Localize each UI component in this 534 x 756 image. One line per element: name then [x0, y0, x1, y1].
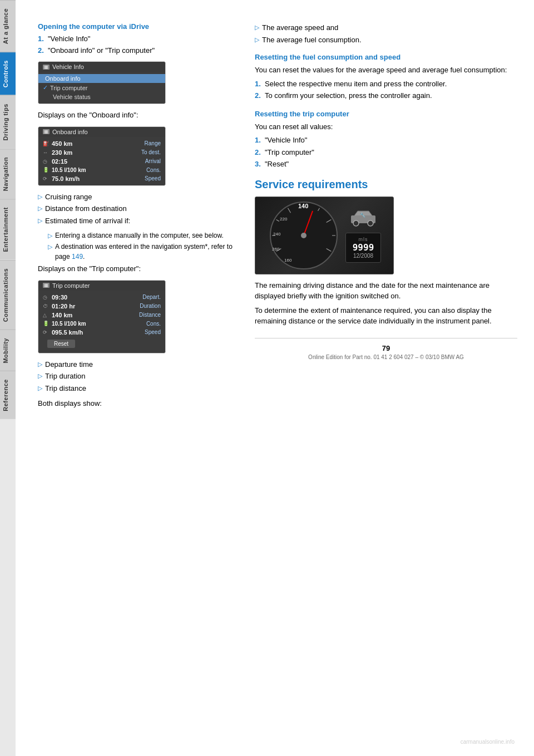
row-arrival: ◷ 02:15 Arrival — [38, 157, 165, 166]
right-column: ▷ The average speed and ▷ The average fu… — [249, 22, 517, 734]
onboard-info-screen: ▦ Onboard info ⛽ 450 km Range ↔ 230 km T… — [38, 126, 166, 186]
displays-onboard-label: Displays on the "Onboard info": — [38, 110, 238, 121]
service-date: 12/2008 — [353, 253, 374, 259]
opening-title: Opening the computer via iDrive — [38, 22, 238, 31]
reset-fuel-body: You can reset the values for the average… — [255, 65, 517, 76]
sub-bullet-entering: ▷ Entering a distance manually in the co… — [48, 230, 238, 240]
onboard-screen-header: ▦ Onboard info — [38, 127, 165, 137]
trip-body: ◷ 09:30 Depart. ⏱ 01:20 hr Duration △ 14… — [38, 291, 165, 353]
screen-title: Vehicle Info — [52, 63, 84, 70]
row-range: ⛽ 450 km Range — [38, 139, 165, 148]
sub-bullets: ▷ Entering a distance manually in the co… — [48, 230, 238, 262]
left-column: Opening the computer via iDrive 1."Vehic… — [38, 22, 249, 734]
sidebar-tab-navigation[interactable]: Navigation — [0, 149, 16, 199]
service-number: 9999 — [353, 242, 374, 253]
svg-text:140: 140 — [298, 203, 308, 209]
sidebar-tab-reference[interactable]: Reference — [0, 371, 16, 419]
sidebar-tab-driving-tips[interactable]: Driving tips — [0, 95, 16, 149]
screen-icon: ▦ — [43, 65, 50, 70]
trip-row-distance: △ 140 km Distance — [38, 311, 165, 320]
bullets2: ▷ Departure time ▷ Trip duration ▷ Trip … — [38, 359, 238, 394]
screen-row-trip: ✓ Trip computer — [38, 83, 165, 92]
onboard-body: ⛽ 450 km Range ↔ 230 km To dest. ◷ 02:15… — [38, 137, 165, 185]
reset-fuel-title: Resetting the fuel consumption and speed — [255, 53, 517, 61]
screen-header: ▦ Vehicle Info — [38, 62, 165, 72]
reset-trip-step: 2."Trip computer" — [255, 148, 517, 158]
opening-step: 1."Vehicle Info" — [38, 34, 238, 44]
reset-button[interactable]: Reset — [47, 340, 75, 348]
trip-header: ▦ Trip computer — [38, 281, 165, 291]
sub-bullet-destination: ▷ A destination was entered in the navig… — [48, 242, 238, 262]
trip-title: Trip computer — [52, 282, 90, 289]
row-cons: 🔋 10.5 l/100 km Cons. — [38, 166, 165, 174]
trip-computer-screen: ▦ Trip computer ◷ 09:30 Depart. ⏱ 01:20 … — [38, 280, 166, 354]
reset-trip-title: Resetting the trip computer — [255, 110, 517, 118]
sidebar-tab-mobility[interactable]: Mobility — [0, 330, 16, 371]
svg-point-18 — [353, 220, 359, 226]
right-bullets: ▷ The average speed and ▷ The average fu… — [255, 22, 517, 45]
car-icon: 🔧 — [347, 208, 380, 227]
reset-trip-body: You can reset all values: — [255, 121, 517, 132]
mls-label: mls — [353, 237, 374, 242]
opening-step: 2."Onboard info" or "Trip computer" — [38, 46, 238, 56]
screen-row-onboard: Onboard info — [38, 74, 165, 83]
svg-text:🔧: 🔧 — [360, 212, 365, 218]
service-body1: The remaining driving distance and the d… — [255, 280, 517, 302]
onboard-title: Onboard info — [52, 129, 88, 135]
both-displays-label: Both displays show: — [38, 398, 238, 409]
screen-body: Onboard info ✓ Trip computer Vehicle sta… — [38, 72, 165, 104]
avg-speed-text: The average speed and — [262, 22, 338, 33]
trip-row-cons: 🔋 10.5 l/100 km Cons. — [38, 320, 165, 328]
trip-row-depart: ◷ 09:30 Depart. — [38, 293, 165, 302]
speedometer-svg: 220 240 140 260 160 — [268, 199, 340, 272]
watermark: carmanualsonline.info — [461, 739, 515, 745]
sidebar-tab-entertainment[interactable]: Entertainment — [0, 199, 16, 259]
row-dest: ↔ 230 km To dest. — [38, 148, 165, 157]
avg-fuel-text: The average fuel consumption. — [262, 35, 362, 46]
bullet-departure: ▷ Departure time — [38, 359, 238, 370]
opening-steps: 1."Vehicle Info"2."Onboard info" or "Tri… — [38, 34, 238, 56]
trip-row-speed: ⟳ 095.5 km/h Speed — [38, 328, 165, 337]
page-number: 79 — [382, 344, 390, 352]
svg-text:260: 260 — [272, 247, 280, 252]
reset-fuel-step: 1.Select the respective menu item and pr… — [255, 79, 517, 89]
service-title: Service requirements — [255, 178, 517, 191]
svg-text:220: 220 — [280, 217, 288, 222]
bullet-avg-speed: ▷ The average speed and — [255, 22, 517, 33]
sidebar-tab-at-a-glance[interactable]: At a glance — [0, 0, 16, 52]
displays-trip-label: Displays on the "Trip computer": — [38, 263, 238, 274]
reset-trip-steps: 1."Vehicle Info"2."Trip computer"3."Rese… — [255, 135, 517, 169]
bullet-avg-fuel: ▷ The average fuel consumption. — [255, 35, 517, 46]
reset-fuel-step: 2.To confirm your selection, press the c… — [255, 91, 517, 101]
bullet-trip-distance: ▷ Trip distance — [38, 383, 238, 394]
bullet-cruising: ▷ Cruising range — [38, 192, 238, 203]
sidebar-tab-controls[interactable]: Controls — [0, 52, 16, 95]
sidebar: At a glanceControlsDriving tipsNavigatio… — [0, 0, 16, 756]
bullets1: ▷ Cruising range ▷ Distance from destina… — [38, 192, 238, 227]
reset-trip-step: 1."Vehicle Info" — [255, 135, 517, 145]
bullet-distance: ▷ Distance from destination — [38, 203, 238, 214]
gauge-right: 🔧 mls 9999 12/2008 — [345, 208, 382, 263]
bullet-estimated: ▷ Estimated time of arrival if: — [38, 215, 238, 227]
svg-text:240: 240 — [273, 232, 281, 237]
screen-row-vehicle: Vehicle status — [38, 92, 165, 101]
svg-text:160: 160 — [284, 258, 292, 263]
vehicle-info-screen: ▦ Vehicle Info Onboard info ✓ Trip compu… — [38, 61, 166, 104]
footer-text: Online Edition for Part no. 01 41 2 604 … — [308, 354, 464, 360]
bullet-trip-duration: ▷ Trip duration — [38, 371, 238, 382]
onboard-icon: ▦ — [43, 129, 50, 134]
reset-trip-step: 3."Reset" — [255, 159, 517, 169]
service-display: mls 9999 12/2008 — [345, 233, 382, 263]
gauge-container: 220 240 140 260 160 — [255, 197, 393, 274]
row-speed: ⟳ 75.0 km/h Speed — [38, 174, 165, 183]
svg-point-19 — [368, 220, 373, 226]
page-footer: 79 Online Edition for Part no. 01 41 2 6… — [255, 338, 517, 360]
service-gauge-image: 220 240 140 260 160 — [255, 197, 394, 274]
svg-point-16 — [301, 233, 306, 238]
trip-row-reset: Reset — [38, 337, 165, 351]
trip-row-duration: ⏱ 01:20 hr Duration — [38, 302, 165, 311]
trip-icon: ▦ — [43, 283, 50, 288]
main-content: Opening the computer via iDrive 1."Vehic… — [16, 0, 534, 756]
page-link-149[interactable]: 149 — [72, 253, 83, 261]
sidebar-tab-communications[interactable]: Communications — [0, 260, 16, 330]
